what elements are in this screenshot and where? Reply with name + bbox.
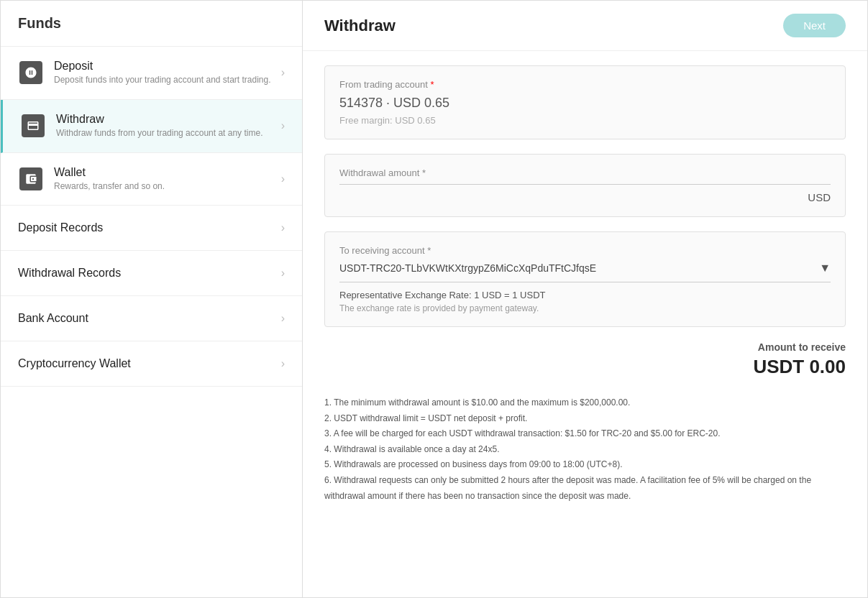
note-5: 5. Withdrawals are processed on business… bbox=[324, 457, 846, 473]
withdraw-desc: Withdraw funds from your trading account… bbox=[56, 127, 281, 139]
withdraw-icon bbox=[22, 114, 45, 137]
deposit-icon bbox=[19, 61, 42, 84]
atr-label: Amount to receive bbox=[324, 341, 846, 353]
sidebar-item-wallet[interactable]: Wallet Rewards, transfer and so on. › bbox=[1, 153, 302, 206]
withdrawal-amount-label: Withdrawal amount * bbox=[339, 167, 831, 178]
next-button[interactable]: Next bbox=[783, 14, 846, 37]
receiving-account-value: USDT-TRC20-TLbVKWtKXtrgypZ6MiCcXqPduTFtC… bbox=[339, 262, 813, 274]
withdrawal-currency: USD bbox=[808, 191, 831, 203]
wallet-label: Wallet bbox=[54, 166, 281, 179]
deposit-chevron: › bbox=[281, 66, 285, 79]
deposit-records-chevron: › bbox=[281, 221, 285, 234]
page-title: Withdraw bbox=[324, 17, 396, 35]
withdrawal-records-label: Withdrawal Records bbox=[18, 267, 281, 280]
note-4: 4. Withdrawal is available once a day at… bbox=[324, 442, 846, 458]
exchange-rate: Representative Exchange Rate: 1 USD = 1 … bbox=[339, 290, 831, 300]
bank-account-chevron: › bbox=[281, 312, 285, 325]
receiving-account-label: To receiving account * bbox=[339, 245, 831, 256]
from-account-section: From trading account * 514378 · USD 0.65… bbox=[324, 65, 846, 139]
deposit-text: Deposit Deposit funds into your trading … bbox=[54, 60, 281, 86]
sidebar-item-withdraw[interactable]: Withdraw Withdraw funds from your tradin… bbox=[1, 100, 302, 153]
exchange-note: The exchange rate is provided by payment… bbox=[339, 303, 831, 313]
deposit-records-label: Deposit Records bbox=[18, 221, 281, 234]
from-account-label: From trading account * bbox=[339, 79, 831, 90]
wallet-text: Wallet Rewards, transfer and so on. bbox=[54, 166, 281, 193]
crypto-wallet-chevron: › bbox=[281, 357, 285, 370]
amount-divider bbox=[339, 184, 831, 185]
bank-account-label: Bank Account bbox=[18, 312, 281, 325]
sidebar-item-deposit[interactable]: Deposit Deposit funds into your trading … bbox=[1, 47, 302, 100]
main-body: From trading account * 514378 · USD 0.65… bbox=[303, 65, 867, 525]
receiving-account-select[interactable]: USDT-TRC20-TLbVKWtKXtrgypZ6MiCcXqPduTFtC… bbox=[339, 262, 831, 275]
sidebar-item-withdrawal-records[interactable]: Withdrawal Records › bbox=[1, 251, 302, 296]
withdraw-text: Withdraw Withdraw funds from your tradin… bbox=[56, 113, 281, 139]
withdrawal-records-chevron: › bbox=[281, 267, 285, 280]
sidebar: Funds Deposit Deposit funds into your tr… bbox=[1, 1, 303, 597]
wallet-icon bbox=[19, 167, 42, 190]
receiving-divider bbox=[339, 282, 831, 282]
withdrawal-amount-section: Withdrawal amount * USD bbox=[324, 154, 846, 217]
sidebar-item-crypto-wallet[interactable]: Cryptocurrency Wallet › bbox=[1, 341, 302, 387]
amount-input-row: USD bbox=[339, 190, 831, 203]
deposit-icon-box bbox=[18, 60, 44, 86]
note-6: 6. Withdrawal requests can only be submi… bbox=[324, 473, 846, 504]
wallet-chevron: › bbox=[281, 172, 285, 185]
withdrawal-amount-input[interactable] bbox=[339, 190, 802, 203]
note-2: 2. USDT withdrawal limit = USDT net depo… bbox=[324, 411, 846, 427]
free-margin: Free margin: USD 0.65 bbox=[339, 115, 831, 126]
note-3: 3. A fee will be charged for each USDT w… bbox=[324, 426, 846, 442]
main-header: Withdraw Next bbox=[303, 1, 867, 51]
withdraw-icon-box bbox=[20, 113, 46, 139]
sidebar-item-bank-account[interactable]: Bank Account › bbox=[1, 296, 302, 341]
withdraw-chevron: › bbox=[281, 119, 285, 132]
sidebar-item-deposit-records[interactable]: Deposit Records › bbox=[1, 206, 302, 251]
notes-section: 1. The minimum withdrawal amount is $10.… bbox=[324, 395, 846, 504]
deposit-label: Deposit bbox=[54, 60, 281, 73]
wallet-desc: Rewards, transfer and so on. bbox=[54, 180, 281, 193]
amount-to-receive: Amount to receive USDT 0.00 bbox=[324, 341, 846, 378]
app-container: Funds Deposit Deposit funds into your tr… bbox=[0, 0, 868, 598]
sidebar-title: Funds bbox=[1, 1, 302, 47]
main-content: Withdraw Next From trading account * 514… bbox=[303, 1, 867, 597]
from-account-value: 514378 · USD 0.65 bbox=[339, 96, 831, 111]
atr-value: USDT 0.00 bbox=[324, 356, 846, 378]
wallet-icon-box bbox=[18, 166, 44, 192]
deposit-desc: Deposit funds into your trading account … bbox=[54, 74, 281, 86]
note-1: 1. The minimum withdrawal amount is $10.… bbox=[324, 395, 846, 411]
receiving-account-section: To receiving account * USDT-TRC20-TLbVKW… bbox=[324, 231, 846, 327]
withdraw-label: Withdraw bbox=[56, 113, 281, 126]
crypto-wallet-label: Cryptocurrency Wallet bbox=[18, 357, 281, 370]
dropdown-icon: ▼ bbox=[819, 262, 831, 275]
